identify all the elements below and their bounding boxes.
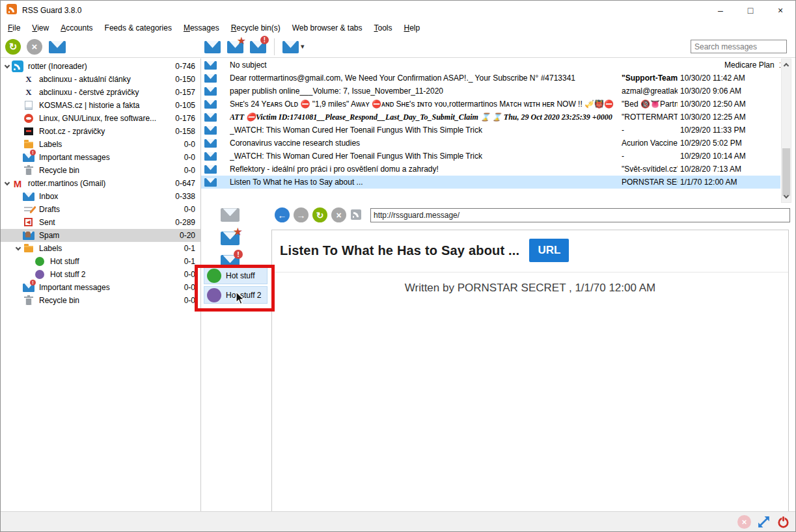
feed-abclinuxu-aktu-ln-l-nky[interactable]: X abclinuxu - aktuální články 0-150 [1, 73, 200, 86]
menu-help[interactable]: Help [398, 21, 426, 34]
menu-tools[interactable]: Tools [368, 21, 398, 34]
message-row[interactable]: Listen To What he Has to Say about ... P… [201, 176, 780, 189]
menu-feeds-categories[interactable]: Feeds & categories [99, 21, 178, 34]
cancel-icon: × [331, 207, 346, 222]
mark-all-read-button[interactable] [48, 38, 67, 55]
search-input[interactable] [691, 40, 787, 53]
menu-recycle-bin-s-[interactable]: Recycle bin(s) [225, 21, 286, 34]
message-list-scrollbar[interactable] [781, 59, 791, 203]
feed-recycle-bin[interactable]: Recycle bin 0-0 [1, 164, 200, 177]
mark-message-read-button[interactable] [219, 205, 241, 224]
menu-file[interactable]: File [2, 21, 26, 34]
envelope-excl-icon: ! [249, 38, 267, 55]
message-filter-dropdown[interactable]: ▾ [281, 38, 305, 55]
envelope-excl-icon: ! [23, 152, 34, 163]
stop-button[interactable]: × [331, 207, 347, 223]
message-row[interactable]: paper publish online___Volume: 7, Issue_… [201, 85, 780, 98]
feed-important-messages[interactable]: ! Important messages 0-0 [1, 151, 200, 164]
message-list: No subject Medicare Plan 10/30/20 1:26 P… [201, 59, 795, 203]
reload-button[interactable]: ↻ [312, 207, 328, 223]
message-byline: Written by PORNSTAR SECRET , 1/1/70 12:0… [272, 282, 788, 295]
feed-labels[interactable]: Labels 0-1 [1, 242, 200, 255]
feed-labels[interactable]: Labels 0-0 [1, 138, 200, 151]
drafts-icon [23, 204, 34, 215]
message-row[interactable]: Coronavirus vaccine research studies Acu… [201, 137, 780, 150]
message-row[interactable]: _WATCH: This Woman Cured Her Toenail Fun… [201, 150, 780, 163]
message-date: 10/30/20 12:25 AM [678, 113, 780, 122]
mark-selected-unread-button[interactable]: ! [249, 38, 268, 55]
feed-sent[interactable]: ◀ Sent 0-289 [1, 216, 200, 229]
toolbar-separator [274, 38, 275, 55]
back-button[interactable]: ← [274, 207, 290, 223]
circle-purple-icon [34, 269, 46, 280]
update-all-feeds-button[interactable]: ↻ [5, 38, 21, 55]
feed-tree: rotter (Inoreader) 0-746 X abclinuxu - a… [1, 59, 201, 511]
message-subject: _WATCH: This Woman Cured Her Toenail Fun… [230, 126, 622, 135]
fullscreen-button[interactable] [757, 515, 771, 529]
mark-message-important-button[interactable]: ★ [219, 228, 241, 248]
minimize-button[interactable]: – [706, 1, 735, 20]
message-date: 10/29/20 10:14 AM [678, 152, 780, 161]
url-input[interactable] [370, 208, 790, 222]
trash-icon [23, 295, 34, 306]
label-hot-stuff[interactable]: Hot stuff [204, 267, 268, 284]
mark-selected-read-button[interactable] [203, 38, 222, 55]
message-subject: Listen To What he Has to Say about ... [230, 178, 622, 187]
scroll-up-icon[interactable] [784, 63, 789, 68]
close-tab-button-disabled[interactable]: × [737, 515, 751, 529]
message-author: - [622, 126, 678, 135]
message-row[interactable]: No subject Medicare Plan 10/30/20 1:26 P… [201, 59, 780, 72]
label-hot-stuff-2[interactable]: Hot stuff 2 [204, 286, 268, 304]
menu-messages[interactable]: Messages [178, 21, 225, 34]
message-content: Listen To What he Has to Say about ... U… [271, 230, 789, 532]
expander-icon[interactable] [2, 66, 12, 68]
feed-spam[interactable]: Spam 0-20 [1, 229, 200, 242]
rssguard-window: RSS Guard 3.8.0 – □ × FileViewAccountsFe… [0, 0, 796, 532]
window-title: RSS Guard 3.8.0 [22, 6, 706, 15]
toolbar: ↻× ★!▾ [1, 35, 795, 58]
rss-source-button[interactable] [350, 208, 364, 222]
feed-important-messages[interactable]: ! Important messages 0-0 [1, 281, 200, 294]
abclinuxu-icon: X [23, 86, 34, 98]
feed-recycle-bin[interactable]: Recycle bin 0-0 [1, 294, 200, 307]
quit-button[interactable] [776, 515, 790, 529]
forward-button[interactable]: → [293, 207, 309, 223]
message-row[interactable]: ATT ⛔Victim ID:1741081__Please_Respond__… [201, 111, 780, 124]
expander-icon[interactable] [2, 183, 12, 185]
feed-root-cz-zpr-vi-ky[interactable]: Root.cz - zprávičky 0-158 [1, 125, 200, 138]
scrollbar-thumb[interactable] [782, 148, 790, 196]
statusbar: × [1, 511, 795, 531]
message-row[interactable]: _WATCH: This Woman Cured Her Toenail Fun… [201, 124, 780, 137]
message-row[interactable]: Reflektory - ideální pro práci i pro osv… [201, 163, 780, 176]
unread-count: 0-150 [175, 75, 195, 84]
forward-icon: → [294, 207, 309, 222]
expander-icon[interactable] [13, 248, 23, 250]
message-row[interactable]: Dear rottermartinos@gmail.com, We Need Y… [201, 72, 780, 85]
unread-count: 0-105 [175, 101, 195, 110]
menu-view[interactable]: View [26, 21, 55, 34]
menu-web-browser-tabs[interactable]: Web browser & tabs [286, 21, 368, 34]
switch-importance-button[interactable]: ★ [226, 38, 245, 55]
message-url-button[interactable]: URL [529, 239, 569, 262]
feed-drafts[interactable]: Drafts 0-0 [1, 203, 200, 216]
feed-linux-gnu-linux-free-software[interactable]: Linux, GNU/Linux, free software... 0-176 [1, 112, 200, 125]
unread-count: 0-0 [184, 283, 195, 292]
maximize-button[interactable]: □ [735, 1, 765, 20]
messages-toolbar: ★!▾ [203, 38, 305, 55]
envelope-icon [204, 85, 217, 97]
feed-inbox[interactable]: Inbox 0-338 [1, 190, 200, 203]
feed-rotter-inoreader[interactable]: rotter (Inoreader) 0-746 [1, 60, 200, 73]
message-subject: ATT ⛔Victim ID:1741081__Please_Respond__… [230, 113, 622, 122]
feed-hot-stuff[interactable]: Hot stuff 0-1 [1, 255, 200, 268]
feed-abclinuxu-erstv-zpr-vi-ky[interactable]: X abclinuxu - čerstvé zprávičky 0-157 [1, 86, 200, 99]
menu-accounts[interactable]: Accounts [55, 21, 98, 34]
stop-running-update-button[interactable]: × [26, 38, 43, 55]
cancel-icon: × [27, 39, 42, 55]
feed-hot-stuff-2[interactable]: Hot stuff 2 0-0 [1, 268, 200, 281]
envelope-icon [204, 111, 217, 123]
message-row[interactable]: Sʜᴇ's 24 Yᴇᴀʀs Oʟᴅ ⛔ "1,9 miles" Aᴡᴀʏ ⛔ᴀ… [201, 98, 780, 111]
close-button[interactable]: × [765, 1, 795, 20]
message-subject: _WATCH: This Woman Cured Her Toenail Fun… [230, 152, 622, 161]
feed-kosmas-cz-historie-a-fakta[interactable]: KOSMAS.cz | historie a fakta 0-105 [1, 99, 200, 112]
feed-rotter-martinos-gmail[interactable]: M rotter.martinos (Gmail) 0-647 [1, 177, 200, 190]
